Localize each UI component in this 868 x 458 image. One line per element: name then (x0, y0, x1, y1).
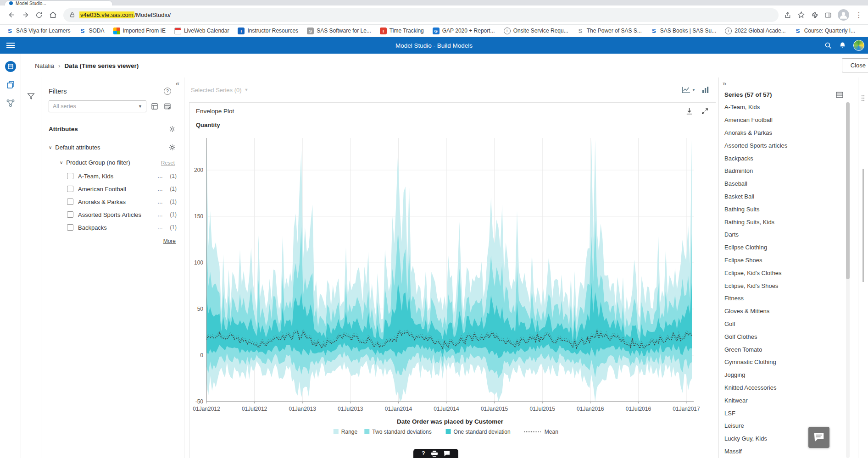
reset-link[interactable]: Reset (161, 160, 177, 166)
browser-tab[interactable]: Model Studio... (5, 0, 113, 6)
series-list-item[interactable]: LSF (724, 407, 858, 419)
series-list-item[interactable]: Eclipse Shoes (724, 254, 858, 267)
bookmark-item[interactable]: IInstructor Resources (238, 28, 298, 34)
row-overflow-menu-icon[interactable]: … (157, 199, 163, 205)
copy-pages-icon[interactable] (4, 78, 17, 91)
series-list-item[interactable]: Backpacks (724, 152, 858, 165)
close-button[interactable]: Close (842, 58, 868, 72)
chat-fab-button[interactable] (808, 427, 829, 448)
collapse-right-panel-icon[interactable]: » (723, 79, 726, 87)
bar-chart-type-icon[interactable] (702, 86, 709, 94)
chevron-expand-icon[interactable]: ∨ (60, 160, 63, 165)
reload-button[interactable] (32, 8, 46, 22)
line-chart-type-icon[interactable]: ▼ (682, 86, 696, 94)
extensions-puzzle-icon[interactable] (811, 11, 818, 19)
bookmark-item[interactable]: SSAS Viya for Learners (6, 28, 71, 34)
series-list-item[interactable]: Badminton (724, 165, 858, 177)
project-home-icon[interactable] (4, 60, 17, 73)
series-list-item[interactable]: Knitwear (724, 394, 858, 407)
bookmark-item[interactable]: GGAP 2020 + Report... (433, 28, 495, 34)
user-avatar[interactable] (853, 40, 864, 51)
forward-button[interactable] (18, 8, 32, 22)
bookmark-item[interactable]: TTime Tracking (380, 28, 424, 34)
bookmark-star-icon[interactable] (797, 11, 805, 19)
filter-library-icon[interactable] (150, 102, 159, 111)
hamburger-menu-icon[interactable] (0, 42, 21, 49)
more-link[interactable]: More (163, 238, 176, 244)
series-list-item[interactable]: Gymnastic Clothing (724, 356, 858, 369)
series-list-item[interactable]: Golf (724, 318, 858, 331)
series-list-item[interactable]: Jogging (724, 369, 858, 381)
series-list-item[interactable]: Massif (724, 445, 858, 458)
checkbox[interactable] (67, 173, 73, 179)
attributes-gear-icon[interactable] (167, 124, 177, 133)
bookmark-item[interactable]: SSAS Software for Le... (307, 28, 371, 34)
page-scrollbar-thumb[interactable] (862, 169, 864, 282)
collapse-left-panel-icon[interactable]: « (176, 79, 179, 87)
series-list-view-icon[interactable] (836, 92, 843, 98)
bookmark-item[interactable]: Imported From IE (113, 28, 166, 34)
default-attributes-gear-icon[interactable] (167, 143, 177, 152)
series-filter-select[interactable]: All series ▼ (49, 100, 146, 112)
series-list-item[interactable]: American Football (724, 114, 858, 127)
checkbox[interactable] (67, 211, 73, 218)
row-overflow-menu-icon[interactable]: … (157, 224, 163, 231)
series-list-item[interactable]: Lucky Guy, Kids (724, 432, 858, 445)
series-list-item[interactable]: Assorted Sports articles (724, 139, 858, 152)
chat-icon[interactable] (444, 451, 450, 457)
filter-table-edit-icon[interactable] (163, 102, 172, 111)
series-scrollbar[interactable] (846, 102, 850, 458)
address-bar[interactable]: v4e035.vfe.sas.com/ModelStudio/ (63, 8, 779, 22)
row-overflow-menu-icon[interactable]: … (157, 186, 163, 192)
browser-profile-avatar[interactable] (838, 9, 849, 21)
series-list-item[interactable]: Green Tomato (724, 343, 858, 356)
bookmark-item[interactable]: SThe Power of SAS S... (577, 28, 642, 34)
download-icon[interactable] (685, 107, 693, 115)
series-list-item[interactable]: Knitted Accessories (724, 381, 858, 394)
drag-handle-icon[interactable] (861, 95, 865, 101)
series-list-item[interactable]: Anoraks & Parkas (724, 127, 858, 139)
series-list-item[interactable]: Bathing Suits, Kids (724, 215, 858, 228)
selected-series-dropdown[interactable]: Selected Series (0) (191, 87, 242, 94)
bookmark-item[interactable]: SSAS Books | SAS Su... (651, 28, 717, 34)
series-list-item[interactable]: Leisure (724, 419, 858, 432)
print-icon[interactable] (431, 451, 438, 457)
breadcrumb-project[interactable]: Natalia (35, 62, 54, 69)
series-list-item[interactable]: Basket Ball (724, 190, 858, 203)
series-list-item[interactable]: Eclipse, Kid's Clothes (724, 266, 858, 279)
checkbox[interactable] (67, 186, 73, 192)
series-list-item[interactable]: Baseball (724, 177, 858, 190)
series-list-item[interactable]: Golf Clothes (724, 330, 858, 343)
row-overflow-menu-icon[interactable]: … (157, 173, 163, 179)
funnel-filter-icon[interactable] (27, 92, 35, 458)
series-list-item[interactable]: Gloves & Mittens (724, 305, 858, 318)
series-scrollbar-thumb[interactable] (846, 102, 850, 279)
chevron-expand-icon[interactable]: ∨ (49, 145, 52, 150)
help-icon[interactable]: ? (164, 88, 171, 95)
back-button[interactable] (5, 8, 18, 22)
bookmark-item[interactable]: +Onsite Service Requ... (504, 28, 568, 34)
side-panel-icon[interactable] (824, 11, 832, 19)
bookmark-item[interactable]: SSODA (79, 28, 105, 34)
pipeline-nodes-icon[interactable] (4, 97, 17, 110)
checkbox[interactable] (67, 224, 73, 231)
share-icon[interactable] (784, 11, 791, 19)
series-list-item[interactable]: Eclipse Clothing (724, 241, 858, 254)
series-list-item[interactable]: A-Team, Kids (724, 101, 858, 114)
maximize-icon[interactable] (701, 108, 708, 115)
checkbox[interactable] (67, 199, 73, 205)
row-overflow-menu-icon[interactable]: … (157, 211, 163, 218)
search-icon[interactable] (824, 42, 832, 49)
home-button[interactable] (46, 8, 60, 22)
notifications-bell-icon[interactable] (839, 42, 846, 49)
series-list-item[interactable]: Darts (724, 228, 858, 241)
series-list-item[interactable]: Bathing Suits (724, 203, 858, 215)
site-info-lock-icon[interactable] (69, 12, 75, 18)
browser-menu-icon[interactable]: ⋮ (855, 11, 862, 19)
help-question-icon[interactable]: ? (422, 450, 425, 457)
series-list-item[interactable]: Fitness (724, 292, 858, 305)
series-list-item[interactable]: Eclipse, Kid's Shoes (724, 279, 858, 292)
bookmark-item[interactable]: SCourse: Quarterly I... (795, 28, 855, 34)
bookmark-item[interactable]: LiveWeb Calendar (174, 28, 229, 34)
bookmark-item[interactable]: +2022 Global Acade... (725, 28, 785, 34)
